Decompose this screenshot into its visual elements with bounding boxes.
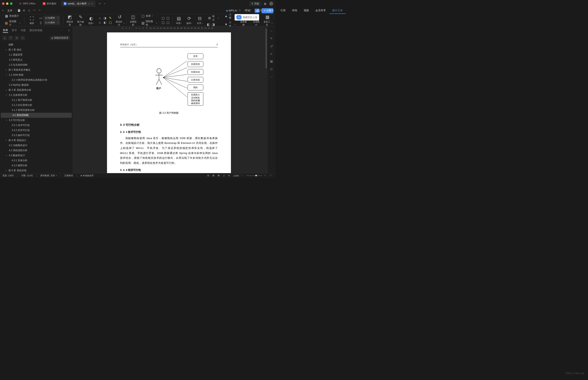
brightness-down-icon[interactable]: ☼ xyxy=(98,20,102,25)
sidebar-tab-outline[interactable]: 目录 xyxy=(3,28,8,33)
expand-all-button[interactable]: ⌃ xyxy=(8,36,13,40)
smart-outline-button[interactable]: ◎ 智能识别目录 xyxy=(50,36,70,40)
user-avatar[interactable] xyxy=(269,2,273,6)
panel-icon[interactable]: ▣ xyxy=(264,2,266,5)
wps-ai-button[interactable]: ◆ WPS AI xyxy=(226,9,237,12)
shadow-button[interactable]: ◫设置阴影 xyxy=(128,14,138,27)
zoom-out-icon[interactable]: − xyxy=(241,174,244,177)
rotate-button[interactable]: ⟳旋转▾ xyxy=(184,15,194,26)
tab-document[interactable]: W ssm社…信小程序 ▭ × xyxy=(61,0,96,7)
outline-item[interactable]: ▾3.1 总体需求分析 xyxy=(0,93,73,98)
tab-insert[interactable]: 插入 xyxy=(254,7,265,14)
outline-item[interactable]: 3.1.2 社长需求分析 xyxy=(0,103,73,108)
view-mode-3-icon[interactable]: ▣ xyxy=(218,174,221,177)
contrast-icon[interactable]: ◑ xyxy=(103,16,107,20)
crop-button[interactable]: ⛶裁剪 xyxy=(27,15,37,26)
color-button[interactable]: ◐色彩▾ xyxy=(86,15,96,26)
new-tab-button[interactable]: + xyxy=(97,2,103,6)
nudge-up-icon[interactable]: ▢ xyxy=(161,16,165,20)
outline-item[interactable]: 3.2 系统用例图 xyxy=(1,113,72,118)
sidebar-close-icon[interactable]: × xyxy=(68,29,70,32)
view-mode-4-icon[interactable]: ◫ xyxy=(223,174,226,177)
flip-v-icon[interactable]: ◨ xyxy=(211,22,215,27)
outline-item[interactable]: 3.3.2 经济可行性 xyxy=(0,128,73,133)
outline-item[interactable]: 1.3 论文组织结构 xyxy=(0,62,73,67)
gallery-icon[interactable]: ▦ xyxy=(269,59,273,63)
outline-item[interactable]: 1.2 研究意义 xyxy=(0,57,73,62)
fit-icon[interactable]: ⤢ xyxy=(270,174,273,177)
more-tools-button[interactable]: ▦更多工具▾ xyxy=(262,14,273,27)
outline-item[interactable]: 4.2 系统流程分析 xyxy=(0,148,73,153)
tab-dropdown-icon[interactable]: ▾ xyxy=(104,3,105,5)
tab-menu-icon[interactable]: ▭ xyxy=(88,2,90,5)
tab-start[interactable]: 开始 xyxy=(242,7,253,14)
hamburger-icon[interactable]: ≡ xyxy=(2,9,5,12)
minus-icon[interactable]: − xyxy=(269,29,273,33)
remove-bg-button[interactable]: ◩抠除背景 xyxy=(65,14,75,27)
flip-h-icon[interactable]: ◧ xyxy=(206,22,210,27)
zoom-in-icon[interactable]: + xyxy=(264,174,268,177)
outline-item[interactable]: 3.3.3 操作可行性 xyxy=(0,133,73,138)
outline-item[interactable]: 4.1 功能模块设计 xyxy=(0,143,73,148)
scroll-thumb[interactable] xyxy=(266,28,267,69)
outline-item[interactable]: ▾3.3 可行性分析 xyxy=(0,118,73,123)
reset-style-button[interactable]: ↺重设样式▾ xyxy=(114,14,125,27)
outline-item[interactable]: ▾2.1 SSM 框架 xyxy=(0,73,73,77)
outline-item[interactable]: 2.2 小程序目录结构以及框架介绍 xyxy=(0,77,73,82)
use-case-diagram[interactable]: 用户 首页 社团信息 社团活动 公告信息 xyxy=(140,53,218,106)
sidebar-tab-find[interactable]: 查找和替换 xyxy=(29,28,42,33)
status-proof[interactable]: 文档校对 xyxy=(64,174,73,177)
save-icon[interactable]: 💾 xyxy=(18,9,21,12)
border-icon[interactable]: ▢ xyxy=(108,20,112,25)
outline-item[interactable]: ▾4.3 数据库设计 xyxy=(0,153,73,158)
vertical-scrollbar[interactable] xyxy=(265,26,267,173)
outline-item[interactable]: ▾第 5 章 系统实现 xyxy=(0,168,73,173)
shadow-color-button[interactable]: ▨阴影颜色▾ xyxy=(140,19,158,27)
nudge-dl-icon[interactable]: ▢ xyxy=(161,20,165,25)
close-window[interactable] xyxy=(2,2,4,5)
cursor-icon[interactable]: ⮰ xyxy=(269,44,273,48)
undo-icon[interactable]: ↶ xyxy=(33,9,37,12)
nudge-dr-icon[interactable]: ▢ xyxy=(166,20,170,25)
status-backup[interactable]: 本地备份开 xyxy=(81,174,94,177)
search-icon[interactable]: ⚲ xyxy=(239,9,242,12)
tab-close-icon[interactable]: × xyxy=(91,2,93,5)
upgrade-button[interactable]: ⬆ 升级 xyxy=(249,1,261,6)
tab-page[interactable]: 页面 xyxy=(266,7,275,14)
width-input[interactable]: 12.86厘米▴▾ xyxy=(44,16,60,20)
outline-item[interactable]: 1.1 课题背景 xyxy=(0,52,73,57)
edit-pic-button[interactable]: ✎图片编辑 xyxy=(75,14,86,27)
nudge-ur-icon[interactable]: ▢ xyxy=(166,16,170,20)
upload-hint[interactable]: ∞ 拖拽至此上传 xyxy=(234,14,259,20)
view-mode-5-icon[interactable]: ⊞ xyxy=(228,174,231,177)
spinner-icon[interactable]: ▴▾ xyxy=(58,21,59,24)
horizontal-ruler[interactable]: 6422468101214161820222426283032343638404… xyxy=(73,26,261,30)
collapse-all-button[interactable]: ⌄ xyxy=(2,36,7,40)
outline-item[interactable]: 3.1.3 管理员需求分析 xyxy=(0,108,73,113)
brightness-icon[interactable]: ☼ xyxy=(98,16,102,20)
add-heading-button[interactable]: + xyxy=(15,36,19,40)
zoom-slider[interactable] xyxy=(246,175,262,176)
remove-heading-button[interactable]: − xyxy=(21,36,25,40)
outline-item[interactable]: ▾第 1 章 绪论 xyxy=(0,47,73,52)
settings-icon[interactable]: ⛭ xyxy=(269,52,273,56)
minimize-window[interactable] xyxy=(6,2,8,5)
align-button[interactable]: ⊟对齐▾ xyxy=(195,15,205,26)
outline-item[interactable]: 3.3.1 技术可行性 xyxy=(0,123,73,128)
group-button[interactable]: ⊞组合▾ xyxy=(206,14,220,22)
outline-item[interactable]: 摘要 xyxy=(0,42,73,47)
outline-item[interactable]: ▾第 4 章 系统设计 xyxy=(0,138,73,143)
sidebar-tab-bookmark[interactable]: 书签 xyxy=(21,28,26,33)
outline-item[interactable]: ▾第 3 章 系统需求分析 xyxy=(0,88,73,93)
view-mode-2-icon[interactable]: ▦ xyxy=(212,174,216,177)
outline-item[interactable]: 4.3.2 物理分析 xyxy=(0,163,73,168)
maximize-window[interactable] xyxy=(10,2,13,5)
tab-wps-home[interactable]: W WPS Office xyxy=(16,0,38,7)
tab-docer[interactable]: ✦ 稻壳素材 xyxy=(40,0,59,7)
view-mode-1-icon[interactable]: ▤ xyxy=(207,174,210,177)
print-icon[interactable]: 🖶 xyxy=(23,9,26,12)
change-picture-button[interactable]: ▦更改图片 xyxy=(3,14,20,19)
status-page[interactable]: 页面: 13/53 xyxy=(2,174,14,177)
zoom-level[interactable]: 110% xyxy=(233,174,239,177)
zoom-thumb[interactable] xyxy=(255,175,257,176)
